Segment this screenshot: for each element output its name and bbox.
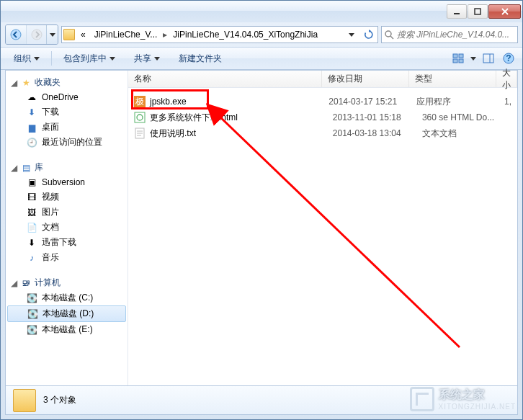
nav-item-documents[interactable]: 📄文档 [6, 220, 128, 235]
watermark-title: 系统之家 [439, 388, 485, 401]
drive-icon: 💽 [26, 324, 37, 336]
file-type: 360 se HTML Do... [416, 112, 506, 122]
html-icon [134, 112, 146, 123]
recent-icon: 🕘 [26, 137, 37, 148]
collapse-icon: ◢ [10, 163, 17, 173]
column-date[interactable]: 修改日期 [322, 71, 409, 87]
file-date: 2014-03-17 15:21 [323, 97, 411, 107]
nav-item-drive-c[interactable]: 💽本地磁盘 (C:) [6, 290, 128, 305]
new-folder-label: 新建文件夹 [179, 53, 222, 65]
forward-button[interactable] [26, 25, 46, 44]
svg-point-6 [385, 31, 391, 37]
file-row[interactable]: 使用说明.txt 2014-03-18 13:04 文本文档 [128, 125, 517, 141]
chevron-down-icon[interactable] [470, 57, 476, 61]
nav-item-videos[interactable]: 🎞视频 [6, 189, 128, 205]
svg-point-5 [32, 30, 42, 40]
new-folder-button[interactable]: 新建文件夹 [171, 50, 229, 67]
music-icon: ♪ [26, 252, 37, 264]
search-input[interactable] [397, 30, 514, 40]
column-type[interactable]: 类型 [409, 71, 496, 87]
picture-icon: 🖼 [26, 207, 37, 218]
back-button[interactable] [6, 25, 26, 44]
view-options-button[interactable] [450, 50, 466, 66]
navigation-pane[interactable]: ◢ ★ 收藏夹 ☁OneDrive ⬇下载 ▆桌面 🕘最近访问的位置 ◢ ▤ 库… [6, 71, 128, 385]
nav-group-libraries: ◢ ▤ 库 ▣Subversion 🎞视频 🖼图片 📄文档 ⬇迅雷下载 ♪音乐 [6, 160, 128, 265]
maximize-button[interactable] [468, 4, 488, 19]
nav-item-music[interactable]: ♪音乐 [6, 250, 128, 265]
breadcrumb-seg1[interactable]: JiPinLieChe_V... [91, 30, 161, 40]
svg-text:极: 极 [135, 97, 144, 107]
column-size[interactable]: 大小 [496, 71, 517, 87]
folder-icon: ▣ [26, 177, 37, 188]
svg-line-24 [218, 115, 460, 347]
nav-header-computer[interactable]: ◢ 🖳 计算机 [6, 275, 128, 290]
help-button[interactable]: ? [501, 50, 517, 66]
nav-libraries-label: 库 [35, 161, 43, 174]
nav-header-libraries[interactable]: ◢ ▤ 库 [6, 160, 128, 175]
explorer-window: « JiPinLieChe_V... ▸ JiPinLieChe_V14.04.… [0, 0, 523, 420]
svg-text:?: ? [506, 53, 511, 63]
file-pane: 名称 修改日期 类型 大小 极jpskb.exe 2014-03-17 15:2… [128, 71, 517, 385]
folder-large-icon [13, 389, 36, 412]
refresh-button[interactable] [362, 27, 376, 43]
svg-rect-18 [135, 112, 145, 122]
computer-icon: 🖳 [20, 277, 32, 289]
nav-item-pictures[interactable]: 🖼图片 [6, 205, 128, 220]
download-icon: ⬇ [26, 107, 37, 118]
file-list[interactable]: 极jpskb.exe 2014-03-17 15:21 应用程序 1, 更多系统… [128, 88, 517, 385]
search-box[interactable] [381, 26, 518, 43]
minimize-button[interactable] [447, 4, 467, 19]
file-row[interactable]: 极jpskb.exe 2014-03-17 15:21 应用程序 1, [128, 94, 517, 110]
close-button[interactable] [488, 4, 521, 19]
nav-item-desktop[interactable]: ▆桌面 [6, 120, 128, 135]
nav-item-label: 迅雷下载 [42, 236, 76, 249]
watermark: 系统之家 XITONGZHIJIA.NET [410, 387, 517, 411]
watermark-logo-icon [410, 387, 434, 411]
share-menu[interactable]: 共享 [127, 50, 167, 67]
watermark-sub: XITONGZHIJIA.NET [439, 403, 517, 411]
nav-item-drive-d[interactable]: 💽本地磁盘 (D:) [7, 305, 126, 322]
column-name[interactable]: 名称 [128, 71, 322, 87]
file-type: 应用程序 [411, 96, 499, 108]
nav-item-label: 本地磁盘 (C:) [42, 292, 93, 304]
address-bar[interactable]: « JiPinLieChe_V... ▸ JiPinLieChe_V14.04.… [61, 26, 378, 43]
nav-item-downloads[interactable]: ⬇下载 [6, 104, 128, 120]
svg-rect-12 [483, 54, 493, 63]
nav-buttons [5, 24, 58, 45]
nav-item-onedrive[interactable]: ☁OneDrive [6, 90, 128, 104]
nav-item-subversion[interactable]: ▣Subversion [6, 175, 128, 189]
column-name-label: 名称 [134, 73, 151, 85]
breadcrumb-seg2[interactable]: JiPinLieChe_V14.04.05_XiTongZhiJia [170, 30, 321, 40]
preview-pane-button[interactable] [480, 50, 496, 66]
chevron-down-icon [154, 57, 160, 61]
nav-item-label: 最近访问的位置 [42, 136, 102, 148]
exe-icon: 极 [134, 96, 146, 107]
include-in-library-menu[interactable]: 包含到库中 [56, 50, 122, 67]
nav-group-favorites: ◢ ★ 收藏夹 ☁OneDrive ⬇下载 ▆桌面 🕘最近访问的位置 [6, 75, 128, 150]
organize-menu[interactable]: 组织 [6, 50, 47, 67]
nav-item-recent[interactable]: 🕘最近访问的位置 [6, 135, 128, 150]
svg-point-4 [11, 30, 21, 40]
svg-rect-9 [459, 54, 463, 58]
nav-item-thunder[interactable]: ⬇迅雷下载 [6, 235, 128, 250]
file-type: 文本文档 [416, 128, 506, 140]
breadcrumb-prefix: « [78, 30, 89, 40]
file-row[interactable]: 更多系统软件下载.html 2013-11-01 15:18 360 se HT… [128, 110, 517, 125]
file-date: 2013-11-01 15:18 [327, 112, 416, 122]
nav-item-drive-e[interactable]: 💽本地磁盘 (E:) [6, 322, 128, 337]
column-type-label: 类型 [415, 73, 432, 85]
file-size: 1, [499, 97, 517, 107]
nav-header-favorites[interactable]: ◢ ★ 收藏夹 [6, 75, 128, 90]
library-icon: ▤ [20, 162, 32, 174]
drive-icon: 💽 [26, 292, 37, 304]
nav-item-label: OneDrive [42, 92, 79, 102]
star-icon: ★ [20, 77, 32, 89]
address-dropdown[interactable] [344, 27, 359, 43]
collapse-icon: ◢ [10, 278, 17, 288]
svg-rect-1 [475, 9, 480, 14]
nav-favorites-label: 收藏夹 [35, 76, 61, 89]
svg-rect-10 [453, 59, 457, 63]
file-name: jpskb.exe [150, 97, 187, 107]
desktop-icon: ▆ [26, 122, 37, 133]
history-dropdown[interactable] [46, 25, 58, 44]
